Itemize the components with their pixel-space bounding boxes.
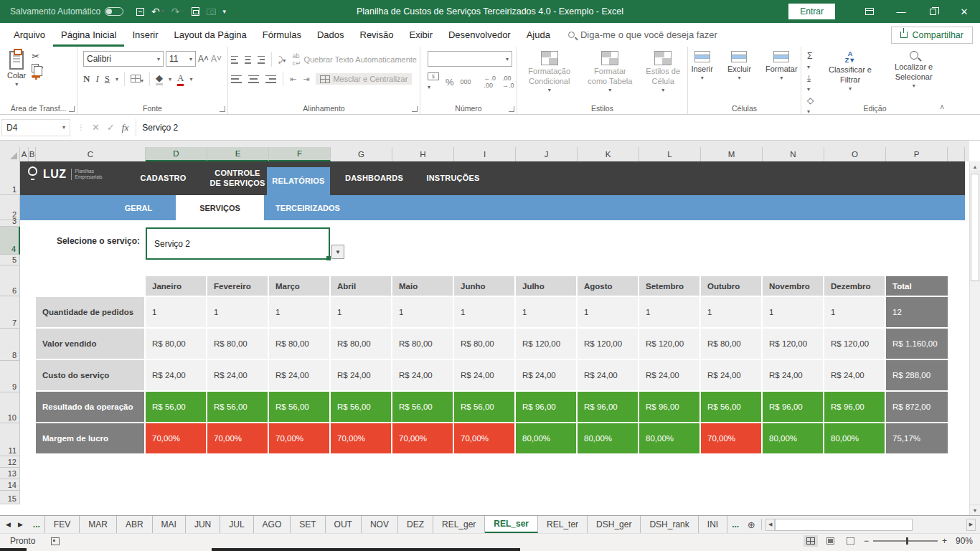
vertical-scrollbar[interactable]: ▲ ▼: [969, 161, 980, 515]
row-label[interactable]: Resultado da operação: [36, 392, 144, 422]
month-header-agosto[interactable]: Agosto: [578, 276, 638, 296]
sheet-tab-nov[interactable]: NOV: [362, 516, 398, 533]
data-cell[interactable]: 1: [639, 297, 699, 327]
data-cell[interactable]: R$ 24,00: [763, 360, 823, 390]
scroll-up-button[interactable]: ▲: [970, 161, 980, 172]
find-select-button[interactable]: Localizar e Selecionar▾: [882, 50, 946, 101]
month-header-dezembro[interactable]: Dezembro: [824, 276, 885, 296]
page-layout-view-button[interactable]: [824, 535, 838, 547]
data-cell[interactable]: 1: [269, 297, 329, 327]
data-cell[interactable]: R$ 56,00: [269, 392, 329, 422]
ribbon-tab-desenvolvedor[interactable]: Desenvolvedor: [440, 24, 519, 47]
delete-cells-button[interactable]: Excluir▾: [723, 50, 755, 101]
row-header-10[interactable]: 10: [0, 392, 20, 423]
close-button[interactable]: ✕: [948, 0, 980, 23]
sheet-tab-dsh_rank[interactable]: DSH_rank: [641, 516, 698, 533]
ribbon-display-options-button[interactable]: [854, 0, 885, 23]
column-header-H[interactable]: H: [392, 147, 454, 161]
data-cell[interactable]: R$ 120,00: [578, 329, 638, 359]
underline-button[interactable]: S: [105, 73, 110, 85]
hidden-sheets-left[interactable]: ...: [29, 516, 44, 533]
hidden-sheets-right[interactable]: ...: [727, 516, 743, 533]
align-left-button[interactable]: [231, 75, 242, 83]
cell-styles-button[interactable]: Estilos de Célula▾: [641, 50, 684, 101]
alignment-dialog-launcher[interactable]: [412, 106, 418, 112]
sheet-tab-jun[interactable]: JUN: [186, 516, 220, 533]
sheet-tab-set[interactable]: SET: [291, 516, 325, 533]
data-cell[interactable]: 1: [701, 297, 761, 327]
subnav-item-serviços[interactable]: SERVIÇOS: [176, 195, 264, 220]
tell-me-search[interactable]: Diga-me o que você deseja fazer: [568, 29, 717, 40]
month-header-maio[interactable]: Maio: [392, 276, 453, 296]
conditional-formatting-button[interactable]: Formatação Condicional▾: [520, 50, 578, 101]
data-cell[interactable]: R$ 24,00: [146, 360, 206, 390]
data-cell[interactable]: R$ 96,00: [763, 392, 823, 422]
total-cell[interactable]: R$ 872,00: [886, 392, 948, 422]
restore-button[interactable]: [917, 0, 948, 23]
confirm-entry-button[interactable]: ✓: [107, 122, 115, 133]
autosum-button[interactable]: Σ ▾: [807, 51, 816, 71]
decrease-indent-button[interactable]: ⇤: [290, 75, 296, 84]
align-center-button[interactable]: [248, 75, 259, 83]
month-header-março[interactable]: Março: [269, 276, 329, 296]
service-selector-cell[interactable]: Serviço 2: [146, 227, 330, 260]
clipboard-dialog-launcher[interactable]: [69, 106, 75, 112]
column-header-O[interactable]: O: [824, 147, 886, 161]
ribbon-tab-inserir[interactable]: Inserir: [124, 24, 166, 47]
row-label[interactable]: Custo do serviço: [36, 360, 144, 390]
data-cell[interactable]: R$ 24,00: [639, 360, 699, 390]
row-header-7[interactable]: 7: [0, 296, 20, 329]
sheet-tab-rel_ser[interactable]: REL_ser: [485, 516, 538, 533]
data-cell[interactable]: R$ 24,00: [331, 360, 391, 390]
zoom-slider-thumb[interactable]: [906, 537, 908, 545]
data-cell[interactable]: 1: [578, 297, 638, 327]
data-cell[interactable]: 1: [331, 297, 391, 327]
data-cell[interactable]: 1: [392, 297, 453, 327]
month-header-abril[interactable]: Abril: [331, 276, 391, 296]
sheet-tab-mar[interactable]: MAR: [80, 516, 117, 533]
number-format-combo[interactable]: ▾: [428, 51, 512, 67]
sheet-tab-abr[interactable]: ABR: [117, 516, 153, 533]
data-cell[interactable]: 1: [824, 297, 885, 327]
sheet-tab-ini[interactable]: INI: [699, 516, 727, 533]
data-cell[interactable]: R$ 24,00: [516, 360, 576, 390]
shrink-font-button[interactable]: A˅: [211, 54, 222, 64]
row-header-11[interactable]: 11: [0, 423, 20, 456]
camera-button[interactable]: [207, 9, 216, 15]
horizontal-scroll-thumb[interactable]: [775, 519, 913, 531]
row-header-15[interactable]: 15: [0, 491, 20, 504]
total-cell[interactable]: 12: [886, 297, 948, 327]
undo-button[interactable]: ↶▾: [151, 6, 164, 17]
bold-button[interactable]: N: [83, 73, 90, 85]
ribbon-tab-ajuda[interactable]: Ajuda: [519, 24, 558, 47]
insert-cells-button[interactable]: Inserir▾: [687, 50, 717, 101]
month-header-setembro[interactable]: Setembro: [639, 276, 699, 296]
month-header-outubro[interactable]: Outubro: [701, 276, 761, 296]
data-cell[interactable]: 70,00%: [207, 423, 268, 453]
grow-font-button[interactable]: A˄: [198, 54, 209, 64]
data-cell[interactable]: R$ 120,00: [824, 329, 885, 359]
comma-style-button[interactable]: 000: [461, 78, 471, 85]
data-cell[interactable]: R$ 80,00: [701, 329, 761, 359]
macro-record-icon[interactable]: [51, 537, 60, 545]
data-cell[interactable]: R$ 80,00: [331, 329, 391, 359]
paste-button[interactable]: Colar▾: [3, 50, 30, 101]
sheet-tab-out[interactable]: OUT: [326, 516, 362, 533]
nav-item-dashboards[interactable]: DASHBOARDS: [330, 161, 418, 195]
row-header-4[interactable]: 4: [0, 227, 20, 255]
ribbon-tab-revisão[interactable]: Revisão: [352, 24, 402, 47]
subnav-item-geral[interactable]: GERAL: [106, 195, 171, 220]
share-button[interactable]: Compartilhar: [891, 27, 973, 44]
row-header-9[interactable]: 9: [0, 361, 20, 392]
format-as-table-button[interactable]: Formatar como Tabela▾: [583, 50, 637, 101]
data-cell[interactable]: 80,00%: [763, 423, 823, 453]
column-header-I[interactable]: I: [454, 147, 516, 161]
nav-item-cadastro[interactable]: CADASTRO: [118, 161, 208, 195]
accounting-format-button[interactable]: $▾: [428, 72, 439, 91]
data-cell[interactable]: 1: [516, 297, 576, 327]
italic-button[interactable]: I: [95, 73, 98, 85]
sheet-tab-mai[interactable]: MAI: [153, 516, 186, 533]
column-header-C[interactable]: C: [36, 147, 146, 161]
row-label[interactable]: Quantidade de pedidos: [36, 297, 144, 327]
row-header-5[interactable]: 5: [0, 255, 20, 265]
